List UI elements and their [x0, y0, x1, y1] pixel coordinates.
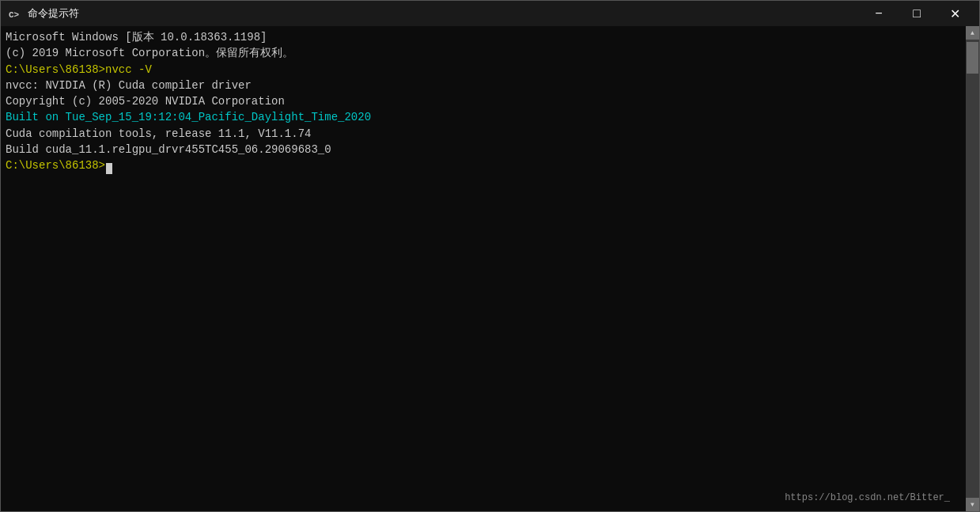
scroll-down-button[interactable]: ▼ — [966, 498, 979, 511]
svg-text:C>: C> — [9, 10, 20, 20]
title-bar-left: C> 命令提示符 — [7, 6, 79, 21]
terminal-line: Cuda compilation tools, release 11.1, V1… — [6, 126, 961, 142]
terminal-line: Build cuda_11.1.relgpu_drvr455TC455_06.2… — [6, 142, 961, 157]
window-controls: − □ ✕ — [861, 1, 973, 26]
terminal-line: Built on Tue_Sep_15_19:12:04_Pacific_Day… — [6, 109, 961, 125]
terminal-line: C:\Users\86138> — [6, 157, 961, 173]
minimize-button[interactable]: − — [861, 1, 897, 26]
watermark-text: https://blog.csdn.net/Bitter_ — [785, 491, 950, 505]
scroll-track[interactable] — [966, 40, 979, 498]
terminal-line: C:\Users\86138>nvcc -V — [6, 62, 961, 78]
maximize-button[interactable]: □ — [899, 1, 935, 26]
window-body: Microsoft Windows [版本 10.0.18363.1198](c… — [1, 26, 979, 511]
title-bar: C> 命令提示符 − □ ✕ — [1, 1, 979, 26]
terminal-cursor — [106, 163, 112, 174]
window-title: 命令提示符 — [28, 6, 79, 21]
terminal-line: (c) 2019 Microsoft Corporation。保留所有权利。 — [6, 45, 961, 61]
terminal-area[interactable]: Microsoft Windows [版本 10.0.18363.1198](c… — [1, 26, 966, 511]
scrollbar[interactable]: ▲ ▼ — [966, 26, 979, 511]
scroll-up-button[interactable]: ▲ — [966, 26, 979, 40]
terminal-line: nvcc: NVIDIA (R) Cuda compiler driver — [6, 78, 961, 93]
scroll-thumb[interactable] — [967, 42, 978, 74]
close-button[interactable]: ✕ — [936, 1, 973, 26]
terminal-line: Copyright (c) 2005-2020 NVIDIA Corporati… — [6, 93, 961, 109]
cmd-window: C> 命令提示符 − □ ✕ Microsoft Windows [版本 10.… — [0, 0, 980, 512]
cmd-icon: C> — [7, 6, 21, 21]
terminal-line: Microsoft Windows [版本 10.0.18363.1198] — [6, 29, 961, 45]
